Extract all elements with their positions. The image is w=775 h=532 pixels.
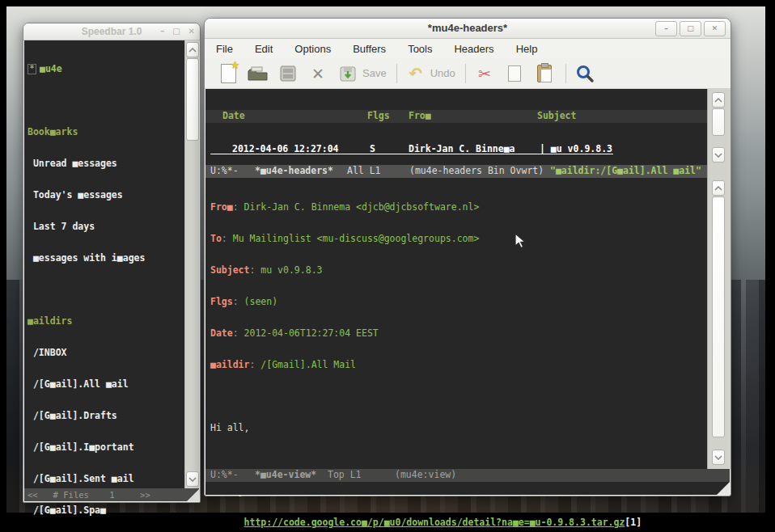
echo-area[interactable] (205, 482, 730, 495)
sidebar-item-label: /[G■ail].All ■ail (33, 378, 129, 390)
save-icon (338, 64, 358, 83)
spacer-line (28, 95, 184, 106)
sidebar-item-today[interactable]: Today's ■essages (28, 190, 184, 201)
speedbar-titlebar[interactable]: Speedbar 1.0 – □ ✕ (23, 23, 200, 40)
view-modeline: U:%*- *■u4e-view* Top L1 (mu4e:view) (205, 469, 730, 482)
row-date: 2012-04-06 12:27:04 (232, 144, 339, 154)
speedbar-maximize-icon[interactable]: □ (172, 23, 180, 40)
menu-buffers[interactable]: Buffers (353, 43, 386, 55)
speedbar-minimize-icon[interactable]: – (160, 23, 164, 40)
paste-button[interactable] (534, 63, 555, 84)
field-label: Flgs (210, 296, 233, 307)
link-line: http://code.google.co■/p/■u0/downloads/d… (205, 517, 707, 528)
menu-options[interactable]: Options (294, 43, 331, 55)
scroll-down-icon[interactable] (186, 471, 199, 487)
view-scroll-up-icon[interactable] (712, 180, 725, 196)
download-link[interactable]: http://code.google.co■/p/■u0/downloads/d… (244, 517, 625, 528)
field-value: 2012-04-06T12:27:04 EEST (244, 327, 379, 339)
cut-button[interactable]: ✂ (474, 63, 495, 84)
search-button[interactable] (574, 63, 595, 84)
undo-button[interactable]: ↶ (405, 63, 426, 84)
emacs-content: Date Flgs Fro■ Subject 2012-04-06 12:27:… (205, 89, 730, 495)
sidebar-item-last7days[interactable]: Last 7 days (28, 222, 184, 232)
col-date[interactable]: Date (222, 111, 245, 121)
save-label: Save (362, 67, 387, 79)
window-resize-grip[interactable] (717, 482, 730, 495)
sidebar-item-label: Unread ■essages (33, 158, 117, 169)
sidebar-item-drafts[interactable]: /[G■ail].Drafts (28, 411, 184, 421)
sidebar-item-images[interactable]: ■essages with i■ages (28, 253, 184, 264)
headers-scroll-up-icon[interactable] (712, 92, 725, 108)
emacs-titlebar[interactable]: *mu4e-headers* – □ ✕ (205, 19, 731, 39)
sidebar-item-label: Today's ■essages (33, 189, 123, 201)
speedbar-root-item[interactable]: *■u4e (28, 64, 184, 74)
menu-file[interactable]: File (216, 43, 233, 55)
open-folder-icon (248, 65, 269, 82)
speedbar-statusline: << # Files 1 >> (24, 488, 199, 501)
expand-box-icon[interactable]: * (28, 64, 36, 74)
message-row[interactable]: 2012-04-06 12:27:04 S Dirk-Jan C. Binne■… (205, 144, 707, 155)
field-separator: : (233, 327, 244, 339)
sidebar-item-allmail[interactable]: /[G■ail].All ■ail (28, 379, 184, 390)
mu4e-headers-pane: Date Flgs Fro■ Subject 2012-04-06 12:27:… (205, 89, 707, 165)
field-label: Fro■ (210, 201, 233, 213)
view-scrollbar-thumb[interactable] (712, 196, 725, 437)
speedbar-resize-grip[interactable] (187, 489, 199, 501)
field-separator: : (222, 233, 233, 244)
col-flags[interactable]: Flgs (367, 111, 390, 121)
sidebar-item-sentmail[interactable]: /[G■ail].Sent ■ail (28, 474, 184, 484)
menu-headers[interactable]: Headers (454, 43, 493, 55)
desktop: Speedbar 1.0 – □ ✕ *■u4e Book■arks Unrea… (0, 0, 775, 532)
copy-button[interactable] (504, 63, 525, 84)
sidebar-item-label: /INBOX (33, 347, 67, 358)
headers-column-row: Date Flgs Fro■ Subject (205, 110, 707, 123)
window-title: *mu4e-headers* (428, 22, 507, 34)
speedbar-close-icon[interactable]: ✕ (188, 23, 195, 40)
field-value: mu v0.9.8.3 (260, 264, 322, 276)
sidebar-item-important[interactable]: /[G■ail].I■portant (28, 442, 184, 453)
dired-button[interactable] (277, 63, 299, 84)
modeline-position: All L1 (347, 166, 381, 176)
modeline-buffer-name: *■u4e-headers* (255, 166, 333, 176)
sidebar-item-inbox[interactable]: /INBOX (28, 348, 184, 358)
col-subject[interactable]: Subject (537, 111, 576, 121)
minimize-button[interactable]: – (655, 21, 677, 36)
close-buffer-button[interactable]: ✕ (307, 63, 328, 84)
scrollbar-thumb[interactable] (186, 58, 199, 141)
save-button[interactable] (337, 63, 358, 84)
open-file-button[interactable] (248, 63, 269, 84)
body-line: Hi all, (205, 423, 707, 433)
menubar: File Edit Options Buffers Tools Headers … (205, 39, 731, 58)
scroll-up-icon[interactable] (186, 42, 199, 57)
menu-tools[interactable]: Tools (408, 43, 432, 55)
file-cabinet-icon (279, 65, 297, 82)
view-scroll-down-icon[interactable] (712, 450, 725, 465)
headers-scrollbar-thumb[interactable] (712, 108, 725, 136)
scissors-icon: ✂ (478, 65, 491, 82)
undo-icon: ↶ (409, 64, 422, 83)
close-button[interactable]: ✕ (704, 21, 726, 36)
search-icon (575, 64, 595, 83)
star-icon: ★ (231, 59, 240, 71)
field-value: /[Gmail].All Mail (260, 359, 356, 370)
modeline-query: "■aildir:/[G■ail].All ■ail" (550, 166, 701, 176)
speedbar-scrollbar[interactable] (184, 40, 199, 488)
maximize-button[interactable]: □ (680, 21, 701, 36)
menu-edit[interactable]: Edit (255, 43, 273, 55)
undo-label: Undo (430, 67, 455, 79)
headers-scroll-down-icon[interactable] (712, 147, 725, 163)
link-ref: [1] (625, 517, 642, 528)
sidebar-item-unread[interactable]: Unread ■essages (28, 158, 184, 169)
col-from[interactable]: Fro■ (409, 111, 431, 121)
toolbar: ★ ✕ Save ↶ Undo ✂ (205, 58, 731, 89)
new-file-button[interactable]: ★ (218, 63, 239, 84)
paste-icon (537, 65, 552, 82)
speedbar-window: Speedbar 1.0 – □ ✕ *■u4e Book■arks Unrea… (23, 23, 201, 503)
sidebar-item-spam[interactable]: /[G■ail].Spa■ (28, 505, 184, 516)
toolbar-separator (565, 64, 566, 83)
speedbar-body: *■u4e Book■arks Unread ■essages Today's … (24, 40, 199, 488)
speedbar-title: Speedbar 1.0 (82, 26, 142, 37)
modeline-prefix: U:%*- (210, 470, 239, 480)
field-label: To (210, 233, 222, 244)
menu-help[interactable]: Help (516, 43, 538, 55)
